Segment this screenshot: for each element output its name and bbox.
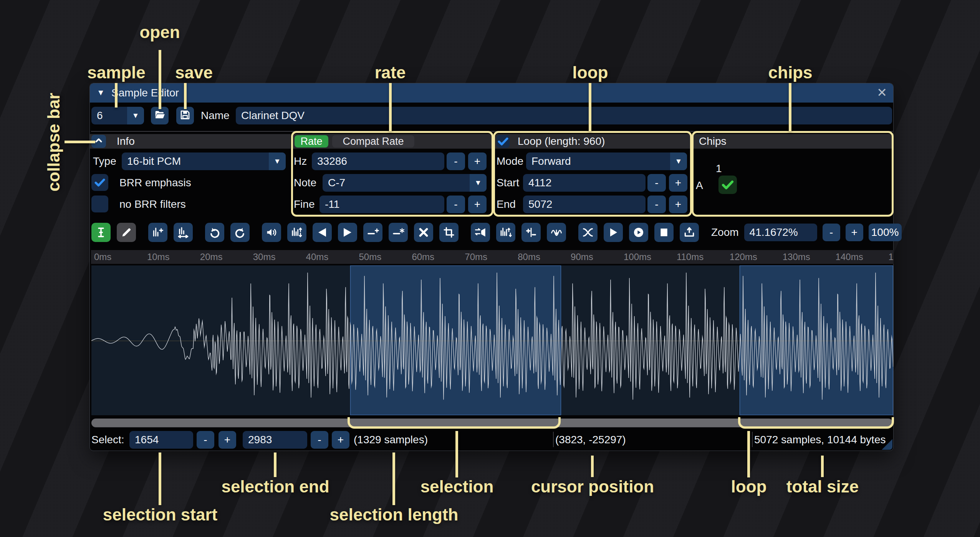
total-size-text: 5072 samples, 10144 bytes: [754, 429, 886, 451]
toolbar-buttons: Zoom41.1672%-+100%: [91, 222, 892, 242]
waveform-area[interactable]: [91, 265, 893, 415]
timeline-tick: 60ms: [412, 252, 434, 262]
divider: [752, 432, 753, 447]
annotation-cursor-position: cursor position: [531, 477, 654, 496]
apply-filter-button[interactable]: [547, 223, 566, 242]
select-label: Select:: [91, 429, 124, 451]
loop-end-input[interactable]: 5072: [523, 196, 646, 213]
info-panel-header: Info: [90, 134, 291, 149]
zoom-in-button[interactable]: +: [846, 224, 863, 241]
fine-minus-button[interactable]: -: [447, 196, 465, 213]
signed-unsigned-button[interactable]: [521, 223, 541, 242]
selection-start-minus-button[interactable]: -: [197, 431, 214, 449]
type-dropdown[interactable]: 16-bit PCM ▼: [122, 152, 286, 170]
window-resize-grip[interactable]: [882, 439, 892, 450]
no-brr-filters-checkbox[interactable]: [91, 196, 108, 212]
hz-input[interactable]: 33286: [312, 152, 444, 170]
waveform-canvas[interactable]: [91, 265, 893, 415]
redo-button[interactable]: [230, 223, 250, 242]
annotation-save: save: [175, 63, 213, 82]
cursor-position-text: (3823, -25297): [555, 429, 626, 451]
chevron-down-icon: ▼: [470, 174, 487, 192]
import-button[interactable]: [680, 223, 699, 242]
window-collapse-icon[interactable]: ▼: [97, 88, 105, 97]
fine-input[interactable]: -11: [319, 196, 444, 213]
hz-plus-button[interactable]: +: [468, 152, 487, 170]
check-icon: [93, 176, 106, 189]
open-sample-button[interactable]: [151, 107, 169, 124]
waveform-scrollbar[interactable]: [91, 418, 893, 428]
normalize-button[interactable]: [287, 223, 306, 242]
delete-button[interactable]: [414, 223, 433, 242]
invert-button[interactable]: [496, 223, 515, 242]
loop-end-plus-button[interactable]: +: [669, 196, 687, 213]
save-sample-button[interactable]: [176, 107, 194, 124]
undo-button[interactable]: [205, 223, 224, 242]
apply-silence-button[interactable]: [389, 223, 408, 242]
resize-button[interactable]: [148, 223, 167, 242]
note-dropdown[interactable]: C-7 ▼: [323, 174, 487, 192]
tab-rate[interactable]: Rate: [295, 135, 328, 148]
title-bar[interactable]: ▼ Sample Editor ✕: [90, 83, 893, 103]
brr-emphasis-label: BRR emphasis: [119, 174, 191, 192]
name-label: Name: [201, 107, 230, 124]
sample-number-select[interactable]: 6 ▼: [91, 107, 144, 124]
annotation-total-size: total size: [786, 477, 859, 496]
zoom-reset-button[interactable]: 100%: [869, 224, 902, 241]
amplify-button[interactable]: [262, 223, 281, 242]
chip-enable-checkbox[interactable]: [718, 176, 737, 194]
insert-silence-button[interactable]: [363, 223, 382, 242]
zoom-input[interactable]: 41.1672%: [744, 224, 817, 241]
loop-enable-checkbox[interactable]: [497, 135, 510, 148]
selection-end-input[interactable]: 2983: [243, 431, 307, 449]
callout-line-open: [159, 50, 161, 109]
timeline-tick: 130ms: [783, 252, 810, 262]
scrollbar-thumb[interactable]: [91, 419, 892, 427]
annotation-rate: rate: [375, 63, 406, 82]
timeline-ruler: 0ms10ms20ms30ms40ms50ms60ms70ms80ms90ms1…: [91, 250, 894, 264]
fine-label: Fine: [294, 196, 315, 213]
fade-out-button[interactable]: [338, 223, 357, 242]
loop-start-plus-button[interactable]: +: [669, 174, 687, 192]
loop-end-label: End: [497, 196, 516, 213]
fade-in-button[interactable]: [313, 223, 332, 242]
timeline-tick: 10ms: [147, 252, 170, 262]
edit-mode-button[interactable]: [91, 223, 111, 242]
crossfade-button[interactable]: [578, 223, 598, 242]
hz-label: Hz: [294, 152, 307, 170]
selection-end-minus-button[interactable]: -: [311, 431, 328, 449]
chevron-down-icon[interactable]: ▼: [127, 107, 144, 124]
callout-line-save: [184, 83, 187, 109]
draw-mode-button[interactable]: [117, 223, 136, 242]
loop-start-minus-button[interactable]: -: [647, 174, 666, 192]
type-label: Type: [93, 152, 116, 170]
reverse-button[interactable]: [471, 223, 490, 242]
timeline-tick: 100ms: [624, 252, 651, 262]
selection-start-input[interactable]: 1654: [129, 431, 193, 449]
timeline-tick: 20ms: [200, 252, 223, 262]
chevron-down-icon: ▼: [670, 152, 687, 170]
selection-end-plus-button[interactable]: +: [332, 431, 349, 449]
resample-button[interactable]: [174, 223, 193, 242]
timeline-tick: 80ms: [518, 252, 540, 262]
hz-minus-button[interactable]: -: [447, 152, 465, 170]
preview-button[interactable]: [629, 223, 648, 242]
trim-button[interactable]: [439, 223, 459, 242]
selection-start-plus-button[interactable]: +: [219, 431, 236, 449]
zoom-out-button[interactable]: -: [823, 224, 840, 241]
status-bar: Select: 1654 - + 2983 - + (1329 samples)…: [90, 429, 893, 451]
loop-start-input[interactable]: 4112: [523, 174, 646, 192]
stop-button[interactable]: [654, 223, 674, 242]
fine-plus-button[interactable]: +: [468, 196, 487, 213]
timeline-tick: 30ms: [253, 252, 276, 262]
close-icon[interactable]: ✕: [877, 85, 887, 100]
sample-name-input[interactable]: Clarinet DQV: [236, 107, 892, 124]
timeline-tick: 150ms: [889, 252, 894, 262]
annotation-loop-bottom: loop: [731, 477, 767, 496]
chip-row-label: A: [696, 179, 703, 192]
play-button[interactable]: [604, 223, 623, 242]
brr-emphasis-checkbox[interactable]: [91, 174, 108, 191]
loop-mode-dropdown[interactable]: Forward ▼: [526, 152, 687, 170]
tab-compat-rate[interactable]: Compat Rate: [332, 135, 414, 148]
loop-end-minus-button[interactable]: -: [647, 196, 666, 213]
